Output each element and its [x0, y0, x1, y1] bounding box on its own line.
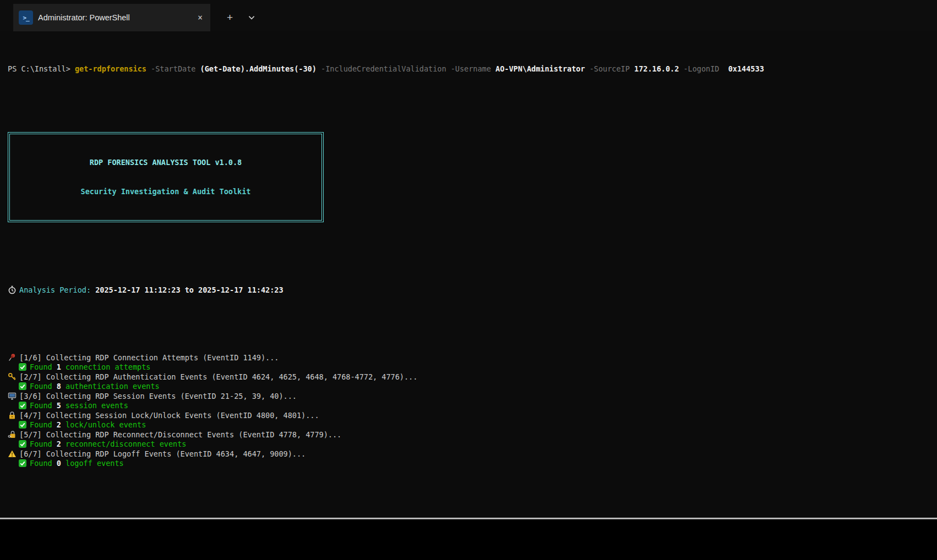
found-count: 1: [57, 363, 61, 371]
found-suffix: reconnect/disconnect events: [61, 440, 187, 448]
terminal-window: >_ Administrator: PowerShell × + PS C:\I…: [0, 0, 937, 519]
command-token: -Username: [451, 64, 491, 73]
check-icon: [18, 459, 27, 468]
found-suffix: logoff events: [61, 459, 124, 468]
analysis-period-line: Analysis Period: 2025-12-17 11:12:23 to …: [8, 286, 937, 295]
blank-line: [8, 497, 937, 507]
command-token: [491, 64, 495, 73]
pin-icon: [8, 353, 17, 362]
collect-step-line: [2/7] Collecting RDP Authentication Even…: [8, 372, 937, 382]
check-icon: [18, 440, 27, 448]
lock-icon: [8, 411, 17, 420]
found-line: Found 0 logoff events: [8, 459, 937, 469]
collect-step-text: [2/7] Collecting RDP Authentication Even…: [19, 372, 417, 381]
found-label: Found: [30, 382, 57, 391]
collect-step-text: [5/7] Collecting RDP Reconnect/Disconnec…: [19, 430, 341, 439]
found-count: 2: [57, 440, 61, 448]
command-token: AO-VPN\Administrator: [495, 64, 585, 73]
collect-step-line: [1/6] Collecting RDP Connection Attempts…: [8, 353, 937, 363]
collect-step-text: [6/7] Collecting RDP Logoff Events (Even…: [19, 449, 306, 458]
found-label: Found: [30, 440, 57, 448]
command-token: [195, 64, 200, 73]
command-token: 0x144533: [728, 64, 764, 73]
found-line: Found 8 authentication events: [8, 382, 937, 392]
found-count: 8: [57, 382, 61, 391]
command-token: [317, 64, 321, 73]
analysis-period-value: 2025-12-17 11:12:23 to 2025-12-17 11:42:…: [95, 286, 283, 294]
command-token: -SourceIP: [590, 64, 630, 73]
found-suffix: session events: [61, 401, 128, 410]
analysis-period-label: Analysis Period:: [19, 286, 95, 294]
terminal-viewport[interactable]: PS C:\Install> get-rdpforensics -StartDa…: [0, 31, 937, 519]
command-token: PS C:\Install>: [8, 64, 75, 73]
collect-step-line: [3/6] Collecting RDP Session Events (Eve…: [8, 392, 937, 402]
collect-step-text: [4/7] Collecting Session Lock/Unlock Eve…: [19, 411, 319, 420]
collect-step-line: [6/7] Collecting RDP Logoff Events (Even…: [8, 449, 937, 459]
command-token: get-rdpforensics: [75, 64, 146, 73]
check-icon: [18, 363, 27, 371]
banner-title: RDP FORENSICS ANALYSIS TOOL v1.0.8: [10, 158, 322, 168]
found-line: Found 5 session events: [8, 401, 937, 411]
collect-step-text: [1/6] Collecting RDP Connection Attempts…: [19, 353, 279, 362]
warning-icon: [8, 449, 17, 458]
collect-step-line: [4/7] Collecting Session Lock/Unlock Eve…: [8, 411, 937, 421]
command-token: (Get-Date).AddMinutes(-30): [200, 64, 317, 73]
command-token: 172.16.0.2: [634, 64, 679, 73]
lock-key-icon: [8, 430, 17, 439]
clock-icon: [8, 286, 17, 294]
found-suffix: lock/unlock events: [61, 420, 146, 429]
command-token: [719, 64, 728, 73]
found-count: 5: [57, 401, 61, 410]
check-icon: [18, 382, 27, 391]
command-token: [585, 64, 590, 73]
monitor-icon: [8, 392, 17, 400]
collect-step-line: [5/7] Collecting RDP Reconnect/Disconnec…: [8, 430, 937, 440]
found-label: Found: [30, 401, 57, 410]
collect-step-text: [3/6] Collecting RDP Session Events (Eve…: [19, 392, 297, 400]
command-token: -StartDate: [151, 64, 195, 73]
tab-administrator-powershell[interactable]: >_ Administrator: PowerShell ×: [13, 4, 210, 31]
found-line: Found 2 lock/unlock events: [8, 420, 937, 430]
found-label: Found: [30, 420, 57, 429]
key-icon: [8, 372, 17, 381]
found-suffix: authentication events: [61, 382, 160, 391]
chevron-down-icon: [247, 13, 256, 22]
new-tab-button[interactable]: +: [219, 4, 241, 31]
command-token: [146, 64, 151, 73]
command-token: -LogonID: [683, 64, 719, 73]
found-label: Found: [30, 363, 57, 371]
check-icon: [18, 420, 27, 429]
blank-line: [8, 93, 937, 103]
command-token: [446, 64, 451, 73]
banner-subtitle: Security Investigation & Audit Toolkit: [10, 187, 322, 197]
command-token: -IncludeCredentialValidation: [321, 64, 446, 73]
found-count: 0: [57, 459, 61, 468]
found-line: Found 1 connection attempts: [8, 363, 937, 372]
found-line: Found 2 reconnect/disconnect events: [8, 440, 937, 449]
powershell-icon: >_: [19, 10, 33, 25]
tab-close-icon[interactable]: ×: [194, 12, 206, 24]
found-label: Found: [30, 459, 57, 468]
tab-title: Administrator: PowerShell: [38, 13, 189, 22]
check-icon: [18, 401, 27, 410]
blank-line: [8, 257, 937, 267]
banner-box: RDP FORENSICS ANALYSIS TOOL v1.0.8 Secur…: [9, 134, 322, 221]
tab-dropdown-button[interactable]: [241, 4, 265, 31]
blank-line: [8, 315, 937, 325]
found-suffix: connection attempts: [61, 363, 151, 371]
command-token: [630, 64, 634, 73]
progress-section: [1/6] Collecting RDP Connection Attempts…: [8, 353, 937, 469]
tab-bar: >_ Administrator: PowerShell × +: [0, 0, 937, 31]
found-count: 2: [57, 420, 61, 429]
command-line: PS C:\Install> get-rdpforensics -StartDa…: [8, 64, 937, 74]
